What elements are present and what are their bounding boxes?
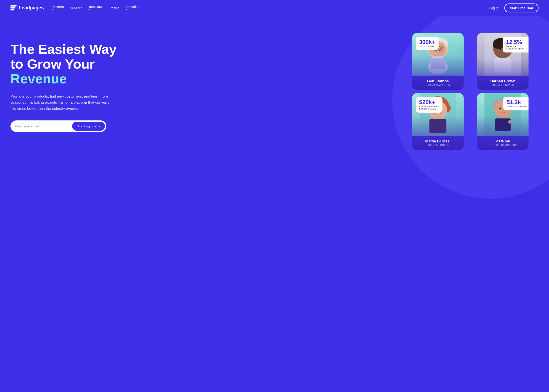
hero-section: The Easiest Way to Grow Your Revenue Pro… bbox=[0, 16, 549, 392]
hero-title-line2: to Grow Your bbox=[10, 56, 95, 71]
hero-title: The Easiest Way to Grow Your Revenue bbox=[10, 42, 117, 86]
hero-content: The Easiest Way to Grow Your Revenue Pro… bbox=[10, 29, 539, 150]
person-card-geni: 300k+ TOTAL LEADS Geni Ramos DIGITAL MAR… bbox=[412, 33, 464, 90]
person-card-darnell: 12.5% WEBSITE CONVERSION RATE Darnell Br… bbox=[477, 33, 528, 90]
stat-badge-sales: $20k+ SALES FROM ONE LANDING PAGE bbox=[416, 97, 443, 112]
start-free-trial-button[interactable]: Start Free Trial bbox=[504, 3, 539, 12]
login-link[interactable]: Log in bbox=[489, 6, 498, 10]
stat-badge-conversion: 12.5% WEBSITE CONVERSION RATE bbox=[503, 37, 529, 52]
nav-item-pricing[interactable]: Pricing bbox=[110, 6, 120, 10]
hero-title-line1: The Easiest Way bbox=[10, 42, 117, 57]
chevron-down-icon: ▾ bbox=[126, 8, 140, 11]
logo[interactable]: Leadpages bbox=[10, 5, 44, 11]
hero-subtitle: Promote your products, find new customer… bbox=[10, 93, 111, 112]
hero-right: 300k+ TOTAL LEADS Geni Ramos DIGITAL MAR… bbox=[412, 33, 539, 150]
hero-title-highlight: Revenue bbox=[10, 71, 67, 86]
brand-name: Leadpages bbox=[19, 5, 44, 11]
nav-item-platform[interactable]: Platform ▾ bbox=[52, 5, 64, 11]
person-card-mattia: $20k+ SALES FROM ONE LANDING PAGE Mattia… bbox=[412, 93, 464, 150]
nav-item-services[interactable]: Services bbox=[70, 6, 83, 10]
chevron-down-icon: ▾ bbox=[88, 8, 103, 11]
navbar: Leadpages Platform ▾ Services Templates … bbox=[0, 0, 549, 16]
email-form: Start my trial › bbox=[10, 120, 106, 132]
trial-button[interactable]: Start my trial › bbox=[72, 122, 105, 131]
arrow-right-icon: › bbox=[99, 124, 100, 128]
nav-right: Log in Start Free Trial bbox=[489, 3, 539, 12]
cards-grid: 300k+ TOTAL LEADS Geni Ramos DIGITAL MAR… bbox=[412, 33, 539, 150]
stat-badge-leads: 51.2k LEADS IN 3 YEARS bbox=[503, 97, 528, 110]
nav-item-templates[interactable]: Templates ▾ bbox=[88, 5, 103, 11]
chevron-down-icon: ▾ bbox=[52, 8, 64, 11]
nav-item-expertise[interactable]: Expertise ▾ bbox=[126, 5, 140, 11]
email-input[interactable] bbox=[15, 124, 70, 128]
hero-left: The Easiest Way to Grow Your Revenue Pro… bbox=[10, 29, 117, 132]
stat-badge-total-leads: 300k+ TOTAL LEADS bbox=[416, 37, 438, 50]
person-card-pj: 51.2k LEADS IN 3 YEARS PJ Wren FITNESS I… bbox=[477, 93, 528, 150]
logo-icon bbox=[10, 5, 17, 10]
nav-links: Platform ▾ Services Templates ▾ Pricing … bbox=[52, 5, 139, 11]
